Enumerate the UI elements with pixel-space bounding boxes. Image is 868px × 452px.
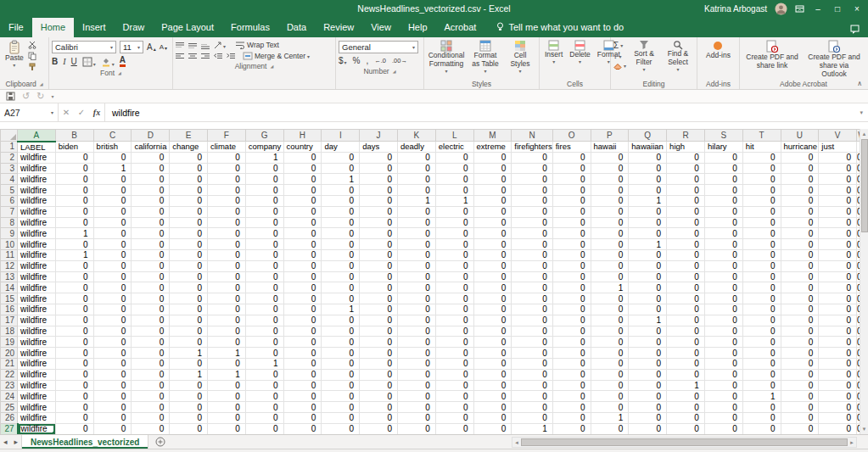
cell[interactable]: 0 — [512, 271, 552, 282]
cell[interactable]: 0 — [781, 358, 819, 369]
save-button[interactable] — [6, 92, 15, 101]
align-top-button[interactable] — [176, 42, 184, 49]
cell[interactable]: 0 — [473, 174, 512, 185]
cell[interactable]: 0 — [591, 423, 629, 434]
cell[interactable]: hurricane — [781, 142, 819, 153]
cell[interactable]: 0 — [283, 412, 322, 423]
cell[interactable]: 0 — [667, 249, 705, 260]
cell[interactable]: 0 — [322, 260, 360, 271]
cell[interactable]: british — [93, 142, 132, 153]
cell[interactable]: 0 — [667, 348, 705, 359]
cell[interactable]: 0 — [435, 423, 473, 434]
create-pdf-share-link-button[interactable]: Create PDF and share link — [742, 39, 802, 71]
cell[interactable]: wildfire — [18, 412, 56, 423]
cell[interactable]: 0 — [552, 163, 591, 174]
cell[interactable]: 0 — [435, 163, 473, 174]
cell[interactable]: 0 — [93, 315, 132, 326]
cell[interactable]: 0 — [473, 315, 512, 326]
cell[interactable]: 0 — [781, 174, 819, 185]
cell[interactable]: 0 — [360, 337, 398, 348]
cell[interactable]: 0 — [132, 260, 170, 271]
cell[interactable]: 0 — [322, 369, 360, 380]
cell[interactable]: 0 — [170, 282, 208, 293]
cell[interactable]: 0 — [667, 217, 705, 228]
column-header-D[interactable]: D — [132, 130, 170, 142]
cell[interactable]: 0 — [704, 391, 742, 402]
cell[interactable]: 0 — [55, 260, 93, 271]
comma-format-button[interactable]: , — [366, 56, 368, 65]
cell[interactable]: 0 — [435, 337, 473, 348]
cell[interactable]: 0 — [170, 293, 208, 304]
cell[interactable]: 0 — [781, 185, 819, 196]
cell[interactable]: 0 — [512, 304, 552, 315]
cell[interactable]: 0 — [322, 293, 360, 304]
cell[interactable]: 0 — [819, 358, 857, 369]
cell[interactable]: 0 — [207, 206, 245, 217]
format-painter-button[interactable] — [28, 63, 36, 71]
cell[interactable]: 0 — [55, 423, 93, 434]
cell[interactable]: 0 — [781, 380, 819, 391]
cell[interactable]: 0 — [473, 412, 512, 423]
ribbon-tab-view[interactable]: View — [362, 18, 400, 37]
cell[interactable]: 0 — [704, 293, 742, 304]
cell[interactable]: 0 — [781, 228, 819, 239]
cell[interactable]: 0 — [552, 152, 591, 163]
cell[interactable]: 0 — [552, 369, 591, 380]
cell[interactable]: 0 — [742, 195, 781, 206]
cell[interactable]: 0 — [742, 163, 781, 174]
ribbon-tab-acrobat[interactable]: Acrobat — [436, 18, 485, 37]
cell[interactable]: 0 — [512, 315, 552, 326]
row-header-25[interactable]: 25 — [1, 402, 18, 413]
cell[interactable]: 0 — [360, 348, 398, 359]
cell[interactable]: 0 — [55, 163, 93, 174]
cell[interactable]: 0 — [283, 217, 322, 228]
cell[interactable]: 0 — [819, 412, 857, 423]
cell[interactable]: 0 — [170, 239, 208, 250]
cell[interactable]: 0 — [207, 326, 245, 337]
cell[interactable]: 0 — [473, 337, 512, 348]
cell[interactable]: 0 — [742, 369, 781, 380]
cell[interactable]: 0 — [55, 326, 93, 337]
cell[interactable]: 0 — [473, 260, 512, 271]
cell[interactable]: 0 — [512, 282, 552, 293]
cell[interactable]: 0 — [360, 369, 398, 380]
row-header-19[interactable]: 19 — [1, 337, 18, 348]
cell[interactable]: 0 — [245, 412, 283, 423]
cell[interactable]: 0 — [360, 249, 398, 260]
insert-function-button[interactable]: fx — [89, 108, 104, 117]
cell[interactable]: 0 — [512, 260, 552, 271]
cell[interactable]: 0 — [629, 271, 667, 282]
cell[interactable]: 0 — [667, 260, 705, 271]
cell[interactable]: 0 — [781, 195, 819, 206]
cell[interactable]: 0 — [781, 412, 819, 423]
ribbon-tab-draw[interactable]: Draw — [115, 18, 154, 37]
cell[interactable]: 0 — [132, 391, 170, 402]
cell[interactable]: 0 — [552, 304, 591, 315]
cell[interactable]: 0 — [397, 293, 435, 304]
cell[interactable]: 0 — [397, 271, 435, 282]
cell[interactable]: 0 — [55, 369, 93, 380]
cell[interactable]: 0 — [473, 228, 512, 239]
row-header-9[interactable]: 9 — [1, 228, 18, 239]
cell[interactable]: 0 — [132, 380, 170, 391]
cell[interactable]: 0 — [170, 271, 208, 282]
cell[interactable]: 0 — [552, 391, 591, 402]
cell[interactable]: 0 — [629, 152, 667, 163]
delete-cells-button[interactable]: Delete ▾ — [567, 39, 593, 66]
cell[interactable]: 0 — [93, 228, 132, 239]
cell[interactable]: 0 — [322, 217, 360, 228]
cell[interactable]: 0 — [704, 239, 742, 250]
cell[interactable]: 0 — [93, 249, 132, 260]
cell[interactable]: 0 — [704, 271, 742, 282]
dialog-launcher-icon[interactable]: ◢ — [40, 81, 43, 86]
cell[interactable]: 0 — [170, 195, 208, 206]
cell[interactable]: 0 — [397, 260, 435, 271]
sheet-nav-prev-icon[interactable]: ◂ — [0, 438, 11, 446]
cell[interactable]: 0 — [629, 369, 667, 380]
row-header-26[interactable]: 26 — [1, 412, 18, 423]
cell[interactable]: 0 — [435, 282, 473, 293]
cell[interactable]: 0 — [397, 217, 435, 228]
cell[interactable]: 0 — [322, 228, 360, 239]
cell[interactable]: wildfire — [18, 402, 56, 413]
cell[interactable]: 1 — [742, 391, 781, 402]
